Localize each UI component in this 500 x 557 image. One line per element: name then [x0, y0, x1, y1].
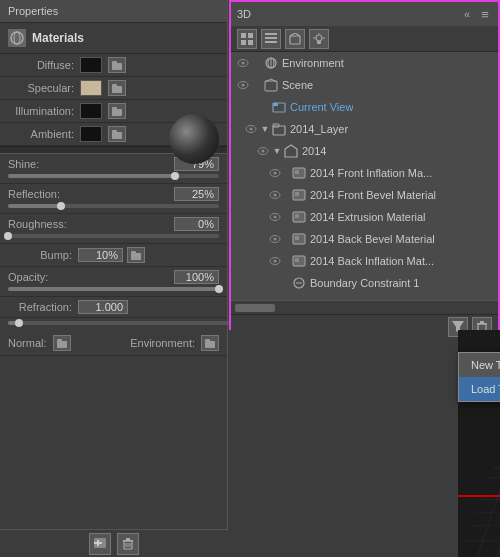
refraction-thumb[interactable]	[15, 319, 23, 327]
label-extrusion: 2014 Extrusion Material	[310, 211, 426, 223]
svg-rect-11	[131, 251, 136, 254]
opacity-label: Opacity:	[8, 271, 48, 283]
ambient-color[interactable]	[80, 126, 102, 142]
roughness-thumb[interactable]	[4, 232, 12, 240]
reflection-thumb[interactable]	[57, 202, 65, 210]
svg-rect-80	[477, 323, 487, 325]
svg-rect-28	[248, 40, 253, 45]
tree-item-back-inflation[interactable]: 2014 Back Inflation Mat...	[231, 250, 498, 272]
collapse-icon[interactable]: «	[460, 7, 474, 21]
shine-thumb[interactable]	[171, 172, 179, 180]
vis-eye-front-bevel[interactable]	[267, 187, 283, 203]
bump-input[interactable]: 10%	[78, 248, 123, 262]
3d-toolbar	[231, 26, 498, 52]
label-scene: Scene	[282, 79, 313, 91]
reflection-fill	[8, 204, 61, 208]
node-icon-boundary	[291, 275, 307, 291]
tree-item-2014-layer[interactable]: ▼ 2014_Layer	[231, 118, 498, 140]
vis-eye-back-inflation[interactable]	[267, 253, 283, 269]
normal-env-row: Normal: Environment:	[0, 331, 227, 356]
delete-button[interactable]	[117, 533, 139, 555]
label-front-inflation: 2014 Front Inflation Ma...	[310, 167, 432, 179]
diffuse-color[interactable]	[80, 57, 102, 73]
scroll-thumb[interactable]	[235, 304, 275, 312]
context-new-texture[interactable]: New Texture...	[459, 353, 500, 377]
ambient-label: Ambient:	[8, 128, 80, 140]
arrow-2014-layer[interactable]: ▼	[259, 123, 271, 135]
3d-scene-icon[interactable]	[285, 29, 305, 49]
svg-rect-25	[241, 33, 246, 38]
shine-track[interactable]	[8, 174, 219, 178]
svg-marker-55	[285, 145, 297, 157]
shine-fill	[8, 174, 175, 178]
reflection-input[interactable]: 25%	[174, 187, 219, 201]
svg-point-69	[274, 238, 277, 241]
vis-eye-2014-layer[interactable]	[243, 121, 259, 137]
vis-eye-front-inflation[interactable]	[267, 165, 283, 181]
grid-view-icon[interactable]	[237, 29, 257, 49]
refraction-track[interactable]	[8, 321, 235, 325]
svg-rect-21	[126, 538, 130, 540]
illumination-label: Illumination:	[8, 105, 80, 117]
shine-label: Shine:	[8, 158, 39, 170]
bump-folder-btn[interactable]	[127, 247, 145, 263]
arrow-2014[interactable]: ▼	[271, 145, 283, 157]
vis-eye-scene[interactable]	[235, 77, 251, 93]
illumination-color[interactable]	[80, 103, 102, 119]
svg-rect-9	[112, 130, 117, 133]
context-load-texture[interactable]: Load Texture...	[459, 377, 500, 401]
tree-item-environment[interactable]: Environment	[231, 52, 498, 74]
context-menu: New Texture... Load Texture...	[458, 352, 500, 402]
tree-item-boundary-constraint-1[interactable]: Boundary Constraint 1	[231, 272, 498, 294]
tree-item-extrusion[interactable]: 2014 Extrusion Material	[231, 206, 498, 228]
list-view-icon[interactable]	[261, 29, 281, 49]
refraction-row: Refraction: 1.000	[0, 297, 227, 318]
label-boundary-constraint-1: Boundary Constraint 1	[310, 277, 419, 289]
opacity-thumb[interactable]	[215, 285, 223, 293]
vis-eye-2014[interactable]	[255, 143, 271, 159]
node-icon-front-inflation	[291, 165, 307, 181]
tree-item-back-bevel[interactable]: 2014 Back Bevel Material	[231, 228, 498, 250]
tree-item-front-bevel[interactable]: 2014 Front Bevel Material	[231, 184, 498, 206]
vis-eye-back-bevel[interactable]	[267, 231, 283, 247]
diffuse-folder-btn[interactable]	[108, 57, 126, 73]
add-button[interactable]	[89, 533, 111, 555]
tree-item-scene[interactable]: Scene	[231, 74, 498, 96]
environment-folder-btn[interactable]	[201, 335, 219, 351]
illumination-folder-btn[interactable]	[108, 103, 126, 119]
horizontal-scrollbar[interactable]	[231, 300, 498, 314]
svg-rect-67	[295, 214, 299, 218]
menu-icon[interactable]: ≡	[478, 7, 492, 21]
svg-rect-13	[57, 339, 62, 342]
opacity-track[interactable]	[8, 287, 219, 291]
roughness-input[interactable]: 0%	[174, 217, 219, 231]
panel-title: 3D	[237, 8, 251, 20]
vis-eye-extrusion[interactable]	[267, 209, 283, 225]
node-icon-back-inflation	[291, 253, 307, 269]
svg-rect-31	[265, 41, 277, 43]
svg-point-45	[242, 84, 245, 87]
refraction-label: Refraction:	[8, 301, 78, 313]
svg-rect-46	[265, 81, 277, 91]
svg-rect-48	[273, 103, 278, 106]
ambient-folder-btn[interactable]	[108, 126, 126, 142]
opacity-input[interactable]: 100%	[174, 270, 219, 284]
svg-rect-75	[295, 258, 299, 262]
refraction-input[interactable]: 1.000	[78, 300, 128, 314]
arrow-back-bevel	[283, 233, 291, 245]
vis-eye-environment[interactable]	[235, 55, 251, 71]
specular-folder-btn[interactable]	[108, 80, 126, 96]
roughness-track[interactable]	[8, 234, 219, 238]
svg-rect-30	[265, 37, 277, 39]
label-2014-layer: 2014_Layer	[290, 123, 348, 135]
reflection-track[interactable]	[8, 204, 219, 208]
diffuse-row: Diffuse:	[0, 54, 227, 77]
tree-item-current-view[interactable]: Current View	[231, 96, 498, 118]
label-2014: 2014	[302, 145, 326, 157]
tree-item-2014[interactable]: ▼ 2014	[231, 140, 498, 162]
specular-color[interactable]	[80, 80, 102, 96]
tree-item-front-inflation[interactable]: 2014 Front Inflation Ma...	[231, 162, 498, 184]
light-icon[interactable]	[309, 29, 329, 49]
normal-folder-btn[interactable]	[53, 335, 71, 351]
svg-rect-7	[112, 107, 117, 110]
